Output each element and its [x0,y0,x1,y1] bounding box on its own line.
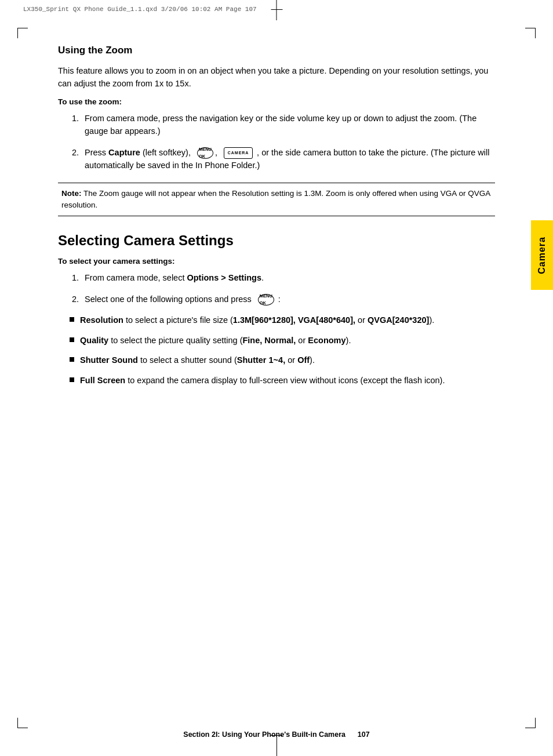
bullet-square-2 [70,337,74,342]
settings-step-1: 1. From camera mode, select Options > Se… [58,271,495,284]
footer-page-number: 107 [358,730,370,739]
zoom-step-1: 1. From camera mode, press the navigatio… [58,112,495,138]
quality-values-bold: Fine, Normal, [242,336,296,345]
quality-bold: Quality [80,336,108,345]
bullet-square-3 [70,357,74,362]
bullet-square-1 [70,317,74,322]
resolution-values-bold: 1.3M[960*1280], VGA[480*640], [233,315,355,325]
menu-ok-icon-2: MENUOK [258,294,274,306]
bullet-shutter-text: Shutter Sound to select a shutter sound … [80,354,315,366]
settings-instruction-label: To select your camera settings: [58,257,495,266]
note-text: The Zoom gauge will not appear when the … [61,189,490,209]
main-content: Using the Zoom This feature allows you t… [0,13,553,440]
menu-ok-icon: MENUOK [197,147,213,159]
resolution-bold: Resolution [80,315,123,325]
options-settings-bold: Options > Settings [187,273,261,282]
step-1-content: From camera mode, press the navigation k… [85,112,495,138]
economy-bold: Economy [308,336,345,345]
section-using-zoom: Using the Zoom This feature allows you t… [58,45,495,216]
header-text: LX350_Sprint QX Phone Guide_1.1.qxd 3/20… [23,6,257,13]
zoom-body: This feature allows you to zoom in on an… [58,64,495,90]
fullscreen-bold: Full Screen [80,376,125,385]
capture-bold: Capture [108,148,140,157]
corner-mark-br [525,718,536,728]
note-box: Note: The Zoom gauge will not appear whe… [58,183,495,217]
qvga-bold: QVGA[240*320] [368,315,429,325]
settings-bullets: Resolution to select a picture's file si… [58,314,495,387]
bullet-resolution-text: Resolution to select a picture's file si… [80,314,434,326]
bullet-quality-text: Quality to select the picture quality se… [80,334,351,347]
shutter-values-bold: Shutter 1~4, [237,355,285,365]
bullet-shutter: Shutter Sound to select a shutter sound … [70,354,495,366]
bullet-quality: Quality to select the picture quality se… [70,334,495,347]
settings-step-num-2: 2. [58,293,79,306]
bullet-resolution: Resolution to select a picture's file si… [70,314,495,326]
shutter-bold: Shutter Sound [80,355,138,365]
footer-section-text: Section 2I: Using Your Phone's Built-in … [183,730,345,739]
camera-icon: CAMERA [224,147,253,159]
zoom-step-2: 2. Press Capture (left softkey), MENUOK,… [58,146,495,172]
section-camera-settings: Selecting Camera Settings To select your… [58,232,495,387]
zoom-title: Using the Zoom [58,45,495,56]
settings-step-1-content: From camera mode, select Options > Setti… [85,271,495,284]
bullet-fullscreen: Full Screen to expand the camera display… [70,374,495,387]
note-label: Note: [61,189,82,198]
settings-title: Selecting Camera Settings [58,232,495,249]
page-footer: Section 2I: Using Your Phone's Built-in … [0,730,553,739]
bullet-square-4 [70,377,74,382]
step-num-2: 2. [58,146,79,159]
corner-mark-bl [17,718,28,728]
settings-step-num-1: 1. [58,271,79,284]
step-num-1: 1. [58,112,79,125]
settings-step-2-content: Select one of the following options and … [85,293,495,306]
step-2-content: Press Capture (left softkey), MENUOK, CA… [85,146,495,172]
settings-steps: 1. From camera mode, select Options > Se… [58,271,495,306]
settings-step-2: 2. Select one of the following options a… [58,293,495,306]
off-bold: Off [297,355,310,365]
bullet-fullscreen-text: Full Screen to expand the camera display… [80,374,445,387]
zoom-steps: 1. From camera mode, press the navigatio… [58,112,495,172]
zoom-instruction-label: To use the zoom: [58,97,495,106]
